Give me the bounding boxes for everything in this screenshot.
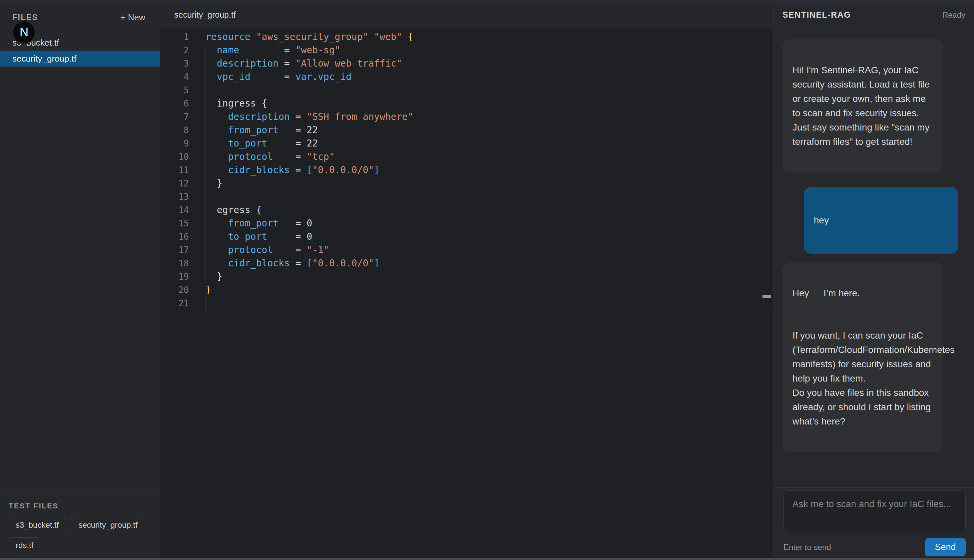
line-number: 10 (160, 150, 189, 163)
code-line-9: 9 to_port = 22 (160, 137, 774, 150)
line-number: 21 (160, 297, 189, 310)
line-number: 18 (160, 257, 189, 270)
code-line-16: 16 to_port = 0 (160, 230, 774, 243)
code-line-3: 3 description = "Allow web traffic" (160, 57, 774, 70)
test-files-section: TEST FILES s3_bucket.tf security_group.t… (0, 494, 160, 560)
enter-to-send-hint: Enter to send (784, 543, 831, 552)
code-line-15: 15 from_port = 0 (160, 217, 774, 230)
line-number: 17 (160, 243, 189, 257)
assistant-message: Hi! I'm Sentinel-RAG, your IaC security … (782, 39, 943, 172)
line-number: 2 (160, 43, 189, 57)
code-line-7: 7 description = "SSH from anywhere" (160, 110, 774, 123)
line-number: 4 (160, 70, 189, 83)
file-bullet-icon: · (7, 53, 12, 64)
code-line-11: 11 cidr_blocks = ["0.0.0.0/0"] (160, 163, 774, 177)
code-lines: 1resource "aws_security_group" "web" {2 … (160, 30, 774, 310)
code-line-10: 10 protocol = "tcp" (160, 150, 774, 163)
line-number: 14 (160, 203, 189, 217)
indent-guide (205, 203, 206, 217)
file-bullet-icon: · (7, 38, 12, 48)
editor-tab-bar: security_group.tf (160, 3, 774, 27)
nextjs-logo-badge: N (12, 20, 36, 44)
current-line-highlight (205, 297, 771, 310)
line-number: 11 (160, 163, 189, 177)
line-number: 3 (160, 57, 189, 70)
new-file-button[interactable]: + New (120, 12, 145, 23)
indent-guide (205, 83, 206, 97)
indent-guide (205, 243, 206, 257)
line-number: 15 (160, 217, 189, 230)
indent-guide (205, 123, 206, 137)
indent-guide (205, 57, 206, 70)
test-file-chip-security-group[interactable]: security_group.tf (71, 517, 145, 533)
assistant-message-paragraph: If you want, I can scan your IaC (Terraf… (792, 328, 933, 428)
chat-title: SENTINEL-RAG (782, 10, 851, 20)
test-files-chips: s3_bucket.tf security_group.tf rds.tf (8, 517, 152, 553)
cursor-marker (762, 295, 771, 298)
indent-guide (205, 97, 206, 110)
code-line-19: 19 } (160, 270, 774, 283)
code-line-20: 20} (160, 283, 774, 297)
code-editor-area[interactable]: 1resource "aws_security_group" "web" {2 … (160, 27, 774, 310)
code-line-12: 12 } (160, 177, 774, 190)
indent-guide (205, 137, 206, 150)
indent-guide (205, 70, 206, 83)
code-line-17: 17 protocol = "-1" (160, 243, 774, 257)
horizontal-scrollbar[interactable] (0, 558, 974, 560)
file-name: security_group.tf (12, 53, 76, 64)
indent-guide (205, 257, 206, 270)
chat-message-list: Hi! I'm Sentinel-RAG, your IaC security … (774, 27, 974, 487)
line-number: 9 (160, 137, 189, 150)
chat-composer: Enter to send Send (774, 487, 974, 560)
send-button[interactable]: Send (925, 538, 966, 556)
assistant-message: Hey — I’m here. If you want, I can scan … (782, 262, 943, 452)
app-window: FILES + New N · s3_bucket.tf · security_… (0, 0, 974, 560)
assistant-message-text: Hi! I'm Sentinel-RAG, your IaC security … (792, 63, 933, 149)
code-line-8: 8 from_port = 22 (160, 123, 774, 137)
code-line-6: 6 ingress { (160, 97, 774, 110)
code-editor-panel: security_group.tf 1resource "aws_securit… (160, 3, 774, 560)
line-number: 1 (160, 30, 189, 43)
nextjs-logo-letter: N (20, 25, 28, 39)
code-line-21: 21 (160, 297, 774, 310)
test-file-chip-s3-bucket[interactable]: s3_bucket.tf (8, 517, 66, 533)
code-line-4: 4 vpc_id = var.vpc_id (160, 70, 774, 83)
code-line-18: 18 cidr_blocks = ["0.0.0.0/0"] (160, 257, 774, 270)
sentinel-rag-chat-panel: SENTINEL-RAG Ready Hi! I'm Sentinel-RAG,… (774, 3, 974, 560)
line-number: 16 (160, 230, 189, 243)
code-line-2: 2 name = "web-sg" (160, 43, 774, 57)
composer-footer: Enter to send Send (784, 538, 966, 556)
line-number: 6 (160, 97, 189, 110)
line-number: 7 (160, 110, 189, 123)
code-line-5: 5 (160, 83, 774, 97)
line-number: 12 (160, 177, 189, 190)
indent-guide (205, 43, 206, 57)
indent-guide (205, 230, 206, 243)
line-number: 8 (160, 123, 189, 137)
indent-guide (205, 110, 206, 123)
chat-input[interactable] (784, 490, 966, 532)
editor-tab-title[interactable]: security_group.tf (174, 10, 236, 20)
code-line-14: 14 egress { (160, 203, 774, 217)
user-message: hey (804, 187, 958, 254)
chat-status-badge: Ready (942, 10, 965, 20)
window-top-strip (0, 0, 974, 3)
code-line-13: 13 (160, 190, 774, 203)
indent-guide (205, 190, 206, 203)
code-line-1: 1resource "aws_security_group" "web" { (160, 30, 774, 43)
test-file-chip-rds[interactable]: rds.tf (8, 537, 41, 553)
line-number: 13 (160, 190, 189, 203)
indent-guide (205, 177, 206, 190)
indent-guide (205, 270, 206, 283)
indent-guide (205, 217, 206, 230)
line-number: 5 (160, 83, 189, 97)
line-number: 19 (160, 270, 189, 283)
test-files-header: TEST FILES (8, 502, 152, 510)
indent-guide (205, 163, 206, 177)
chat-header: SENTINEL-RAG Ready (774, 3, 974, 27)
user-message-text: hey (814, 213, 948, 227)
line-number: 20 (160, 283, 189, 297)
indent-guide (205, 150, 206, 163)
sidebar-item-security-group[interactable]: · security_group.tf (0, 51, 160, 67)
assistant-message-paragraph: Hey — I’m here. (792, 286, 933, 300)
